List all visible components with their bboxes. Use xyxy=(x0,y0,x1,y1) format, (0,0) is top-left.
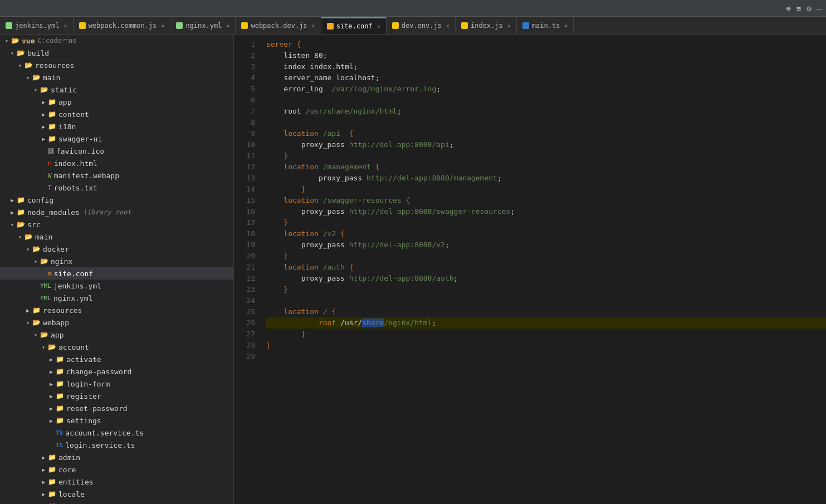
folder-icon-login-form: 📁 xyxy=(56,380,64,388)
code-line-16: proxy_pass http://del-app:8080/swagger-r… xyxy=(266,206,826,217)
tree-item-settings[interactable]: ▶📁settings xyxy=(0,414,233,427)
tree-item-reset-password[interactable]: ▶📁reset-password xyxy=(0,402,233,414)
label-build: build xyxy=(27,49,49,57)
line-number-28: 28 xyxy=(245,340,255,351)
tree-item-locale[interactable]: ▶📁locale xyxy=(0,488,233,500)
arrow-docker: ▾ xyxy=(23,246,32,252)
toolbar-sync-icon[interactable]: ⊕ xyxy=(786,4,790,13)
arrow-reset-password: ▶ xyxy=(47,405,56,412)
sidebar: ▾📂vueC:code ue▾📂build▾📂resources▾📂main▾📂… xyxy=(0,35,234,504)
tab-label-jenkins: jenkins.yml xyxy=(15,22,59,30)
tab-webpack-dev[interactable]: webpack.dev.js× xyxy=(236,17,321,34)
code-container: 1234567891011121314151617181920212223242… xyxy=(234,35,826,504)
tree-item-nginx-yml-file[interactable]: YMLnginx.yml xyxy=(0,292,233,304)
tree-item-router[interactable]: ▶📁router xyxy=(0,500,233,504)
toolbar-collapse-icon[interactable]: ≡ xyxy=(796,4,801,13)
tree-item-account-service[interactable]: TSaccount.service.ts xyxy=(0,427,233,439)
toolbar-minimize-icon[interactable]: — xyxy=(817,4,822,13)
tree-item-index-html[interactable]: Hindex.html xyxy=(0,157,233,169)
tree-item-docker[interactable]: ▾📂docker xyxy=(0,243,233,255)
code-line-1: server { xyxy=(266,39,826,50)
label-src-main: main xyxy=(35,233,52,241)
toolbar-settings-icon[interactable]: ⚙ xyxy=(807,4,811,13)
tab-webpack-common[interactable]: webpack.common.js× xyxy=(74,17,171,34)
label-admin: admin xyxy=(58,453,80,462)
code-line-4: server_name localhost; xyxy=(266,72,826,84)
folder-icon-config: 📁 xyxy=(17,196,25,204)
tree-item-resources2[interactable]: ▶📁resources xyxy=(0,304,233,316)
tab-nginx-yml[interactable]: nginx.yml× xyxy=(170,17,236,34)
tree-item-main[interactable]: ▾📂main xyxy=(0,71,233,84)
tree-item-build[interactable]: ▾📂build xyxy=(0,47,233,59)
label-jenkins-yml-file: jenkins.yml xyxy=(53,282,101,290)
code-line-10: proxy_pass http://del-app:8080/api; xyxy=(266,139,826,150)
arrow-src: ▾ xyxy=(8,222,17,228)
code-line-24 xyxy=(266,295,826,306)
tree-item-nginx[interactable]: ▾📂nginx xyxy=(0,255,233,267)
tab-close-site-conf[interactable]: × xyxy=(377,23,380,30)
folder-icon-swagger-ui: 📁 xyxy=(48,135,56,143)
tab-close-nginx-yml[interactable]: × xyxy=(226,23,229,29)
line-number-4: 4 xyxy=(245,72,255,84)
code-line-29 xyxy=(266,351,826,362)
tree-item-core[interactable]: ▶📁core xyxy=(0,463,233,476)
tab-main-ts[interactable]: main.ts× xyxy=(517,17,574,34)
tree-item-robots-txt[interactable]: Trobots.txt xyxy=(0,182,233,194)
code-line-2: listen 80; xyxy=(266,50,826,61)
tree-item-src[interactable]: ▾📂src xyxy=(0,218,233,231)
tree-item-jenkins-yml-file[interactable]: YMLjenkins.yml xyxy=(0,280,233,292)
tree-item-swagger-ui[interactable]: ▶📁swagger-ui xyxy=(0,133,233,145)
tree-item-activate[interactable]: ▶📁activate xyxy=(0,353,233,365)
tree-item-account[interactable]: ▾📂account xyxy=(0,341,233,353)
tab-label-webpack-dev: webpack.dev.js xyxy=(251,22,307,30)
tab-site-conf[interactable]: site.conf× xyxy=(321,17,387,34)
label-login-form: login-form xyxy=(66,380,110,388)
folder-icon-src: 📂 xyxy=(17,221,25,228)
tab-close-webpack-dev[interactable]: × xyxy=(312,23,315,29)
tab-close-jenkins[interactable]: × xyxy=(63,23,67,29)
tree-item-admin[interactable]: ▶📁admin xyxy=(0,451,233,463)
tree-item-static[interactable]: ▾📂static xyxy=(0,84,233,96)
tree-item-app[interactable]: ▶📁app xyxy=(0,96,233,108)
tab-jenkins[interactable]: jenkins.yml× xyxy=(0,17,74,34)
code-line-3: index index.html; xyxy=(266,61,826,72)
tree-item-entities[interactable]: ▶📁entities xyxy=(0,476,233,488)
tree-root[interactable]: ▾📂vueC:code ue xyxy=(0,35,233,47)
tree-item-resources[interactable]: ▾📂resources xyxy=(0,59,233,71)
file-icon-jenkins-yml-file: YML xyxy=(40,282,51,290)
tree-item-node-modules[interactable]: ▶📁node_moduleslibrary root xyxy=(0,206,233,218)
tree-item-login-service[interactable]: TSlogin.service.ts xyxy=(0,439,233,451)
toolbar-icons: ⊕ ≡ ⚙ — xyxy=(786,4,822,13)
tree-item-register[interactable]: ▶📁register xyxy=(0,390,233,402)
tree-item-change-password[interactable]: ▶📁change-password xyxy=(0,365,233,378)
code-line-6 xyxy=(266,95,826,106)
tree-item-config[interactable]: ▶📁config xyxy=(0,194,233,206)
folder-icon-locale: 📁 xyxy=(48,490,56,498)
tab-icon-site-conf xyxy=(327,23,334,30)
tree-item-app2[interactable]: ▾📂app xyxy=(0,329,233,341)
tab-index-js[interactable]: index.js× xyxy=(456,17,517,34)
folder-icon-entities: 📁 xyxy=(48,478,56,486)
tree-item-webapp[interactable]: ▾📂webapp xyxy=(0,316,233,329)
tab-close-main-ts[interactable]: × xyxy=(564,23,568,29)
arrow-core: ▶ xyxy=(39,467,48,473)
tree-item-src-main[interactable]: ▾📂main xyxy=(0,231,233,243)
tab-icon-webpack-common xyxy=(79,22,86,29)
tree-item-content[interactable]: ▶📁content xyxy=(0,108,233,120)
tree-item-manifest-webapp[interactable]: Wmanifest.webapp xyxy=(0,169,233,182)
arrow-locale: ▶ xyxy=(39,491,48,497)
tree-item-login-form[interactable]: ▶📁login-form xyxy=(0,378,233,390)
tab-close-dev-env[interactable]: × xyxy=(446,23,449,29)
label-manifest-webapp: manifest.webapp xyxy=(54,172,119,180)
folder-icon-main: 📂 xyxy=(32,74,41,81)
tab-close-webpack-common[interactable]: × xyxy=(161,23,164,29)
code-line-13: proxy_pass http://del-app:8080/managemen… xyxy=(266,173,826,184)
arrow-resources: ▾ xyxy=(16,62,25,68)
tree-item-i18n[interactable]: ▶📁i18n xyxy=(0,120,233,133)
tab-close-index-js[interactable]: × xyxy=(507,23,511,29)
line-number-3: 3 xyxy=(245,61,255,72)
tab-dev-env[interactable]: dev.env.js× xyxy=(387,17,456,34)
tree-item-favicon-ico[interactable]: 🖼favicon.ico xyxy=(0,145,233,157)
tree-item-site-conf-file[interactable]: ⚙site.conf xyxy=(0,267,233,280)
line-number-6: 6 xyxy=(245,95,255,106)
